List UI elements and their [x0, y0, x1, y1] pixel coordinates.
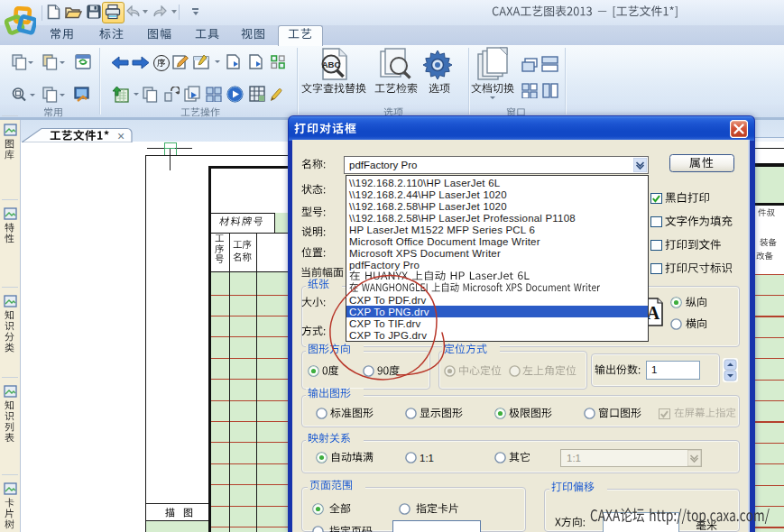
svg-text:A: A — [647, 303, 660, 323]
svg-text:ABC: ABC — [322, 60, 341, 69]
